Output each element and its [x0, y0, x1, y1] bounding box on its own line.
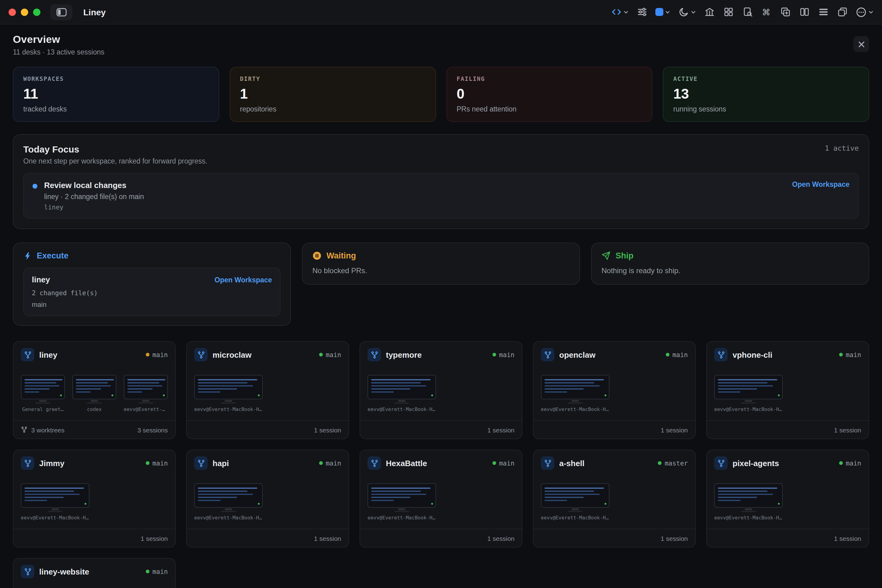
- session-active-dot: [84, 502, 86, 504]
- branch-fork-icon: [368, 456, 381, 470]
- worktrees-count: 3 worktrees: [31, 426, 64, 434]
- command-icon[interactable]: ⌘: [761, 6, 772, 18]
- terminal-thumbnail[interactable]: eevv@Everett-MacBook-Home…: [541, 375, 609, 412]
- workspace-card[interactable]: openclaw main eevv@Everett-MacBook-Home……: [533, 341, 696, 439]
- workspace-footer: 1 session: [187, 420, 348, 438]
- thumbnail-stand: [225, 400, 232, 402]
- workspace-name: HexaBattle: [386, 459, 427, 468]
- workspace-card[interactable]: liney main General greet… codex: [13, 341, 176, 439]
- thumbnail-stand: [572, 508, 579, 510]
- copy-plus-icon[interactable]: [780, 6, 791, 18]
- terminal-preview: [714, 375, 783, 399]
- workspace-card[interactable]: a-shell master eevv@Everett-MacBook-Home…: [533, 450, 696, 548]
- moon-icon: [678, 6, 689, 18]
- terminal-thumbnail[interactable]: eevv@Everett-MacBook-Home…: [714, 483, 783, 520]
- close-window-button[interactable]: [9, 8, 16, 16]
- thumbnail-base: [568, 510, 582, 512]
- workspace-name: pixel-agents: [732, 459, 779, 468]
- session-active-dot: [163, 394, 165, 396]
- execute-lane: Execute liney Open Workspace 2 changed f…: [13, 243, 291, 326]
- branch-name: main: [846, 459, 861, 467]
- terminal-thumbnail[interactable]: eevv@Everett-MacBook-Home…: [541, 483, 609, 520]
- terminal-thumbnail[interactable]: eevv@Everett-MacBook-Home…: [21, 483, 89, 520]
- workspace-name: typemore: [386, 350, 422, 359]
- stats-row: WORKSPACES 11 tracked desks DIRTY 1 repo…: [13, 67, 869, 122]
- close-overview-button[interactable]: [853, 36, 869, 52]
- workspace-card[interactable]: HexaBattle main eevv@Everett-MacBook-Hom…: [360, 450, 522, 548]
- terminal-thumbnail[interactable]: eevv@Everett-MacBook-Home…: [194, 483, 263, 520]
- branch-name: master: [664, 459, 688, 467]
- workspace-card[interactable]: typemore main eevv@Everett-MacBook-Home……: [360, 341, 522, 439]
- branch-status-dot: [146, 461, 149, 465]
- terminal-thumbnail[interactable]: eevv@Everett-Ma…: [124, 375, 168, 412]
- branch-status-dot: [839, 461, 843, 465]
- appearance-control[interactable]: [678, 6, 696, 18]
- stat-caption: repositories: [240, 105, 426, 113]
- stacked-windows-icon[interactable]: [837, 6, 848, 18]
- terminal-thumbnail[interactable]: codex: [72, 375, 116, 412]
- chevron-down-icon: [868, 9, 873, 14]
- thumbnail-base: [741, 402, 756, 404]
- columns-building-icon[interactable]: [704, 6, 715, 18]
- thumbnail-stand: [398, 508, 405, 510]
- rows-icon[interactable]: [818, 6, 829, 18]
- terminal-thumbnail[interactable]: eevv@Everett-MacBook-Home…: [194, 375, 263, 412]
- open-workspace-link[interactable]: Open Workspace: [792, 181, 850, 188]
- thumbnail-stand: [91, 400, 98, 402]
- terminal-thumbnail[interactable]: eevv@Everett-MacBook-Home…: [368, 375, 436, 412]
- workspace-name: liney: [39, 350, 57, 359]
- workspace-card[interactable]: microclaw main eevv@Everett-MacBook-Home…: [186, 341, 349, 439]
- focus-item-title: Review local changes: [44, 181, 144, 190]
- workspace-name: vphone-cli: [732, 350, 772, 359]
- thumbnail-base: [36, 402, 50, 404]
- doc-search-icon[interactable]: [742, 6, 753, 18]
- sidebar-toggle-button[interactable]: [50, 4, 72, 20]
- grid-icon[interactable]: [723, 6, 734, 18]
- session-count: 1 session: [141, 534, 168, 542]
- waiting-lane: Waiting No blocked PRs.: [302, 243, 580, 285]
- focus-item-detail: liney · 2 changed file(s) on main: [44, 193, 144, 200]
- workspace-footer: 1 session: [534, 420, 695, 438]
- thumbnail-stand: [142, 400, 150, 402]
- session-count: 1 session: [314, 426, 341, 434]
- session-caption: eevv@Everett-MacBook-Home…: [541, 406, 609, 412]
- ellipsis-circle-icon: [856, 6, 867, 18]
- workspace-card[interactable]: hapi main eevv@Everett-MacBook-Home… 1 s…: [186, 450, 349, 548]
- stat-card-active: ACTIVE 13 running sessions: [663, 67, 870, 122]
- workspace-card[interactable]: pixel-agents main eevv@Everett-MacBook-H…: [706, 450, 869, 548]
- today-focus-subtitle: One next step per workspace, ranked for …: [23, 158, 859, 165]
- terminal-thumbnail[interactable]: eevv@Everett-MacBook-Home…: [368, 483, 436, 520]
- terminal-preview: [124, 375, 168, 399]
- workspace-footer: 1 session: [360, 420, 522, 438]
- branch-name: main: [846, 351, 861, 358]
- split-columns-icon[interactable]: [799, 6, 810, 18]
- session-active-dot: [431, 502, 433, 504]
- workspace-card[interactable]: vphone-cli main eevv@Everett-MacBook-Hom…: [706, 341, 869, 439]
- lightning-bolt-icon: [23, 251, 32, 260]
- today-focus-title: Today Focus: [23, 144, 80, 154]
- terminal-thumbnail[interactable]: eevv@Everett-MacBook-Home…: [714, 375, 783, 412]
- execute-workspace-card[interactable]: liney Open Workspace 2 changed file(s) m…: [23, 268, 280, 316]
- stat-label: ACTIVE: [674, 75, 859, 82]
- workspace-name: hapi: [213, 459, 229, 468]
- focus-item[interactable]: Review local changes liney · 2 changed f…: [23, 173, 859, 219]
- ship-lane: Ship Nothing is ready to ship.: [591, 243, 869, 285]
- stat-caption: PRs need attention: [457, 105, 642, 113]
- workspace-card[interactable]: liney-website main: [13, 558, 176, 588]
- thumbnail-base: [394, 510, 409, 512]
- terminal-thumbnail[interactable]: General greet…: [21, 375, 65, 412]
- code-mode-control[interactable]: [610, 6, 628, 18]
- workspace-name: Jimmy: [39, 459, 64, 468]
- terminal-preview: [714, 483, 783, 507]
- session-thumbnails: eevv@Everett-MacBook-Home…: [534, 474, 695, 529]
- open-workspace-link[interactable]: Open Workspace: [214, 276, 272, 283]
- minimize-window-button[interactable]: [21, 8, 28, 16]
- thumbnail-base: [87, 402, 102, 404]
- workspace-card[interactable]: Jimmy main eevv@Everett-MacBook-Home… 1 …: [13, 450, 176, 548]
- sliders-icon[interactable]: [636, 6, 647, 18]
- terminal-preview: [194, 375, 263, 399]
- accent-color-control[interactable]: [656, 8, 670, 16]
- more-menu[interactable]: [856, 6, 873, 18]
- zoom-window-button[interactable]: [33, 8, 40, 16]
- branch-status-dot: [666, 353, 669, 357]
